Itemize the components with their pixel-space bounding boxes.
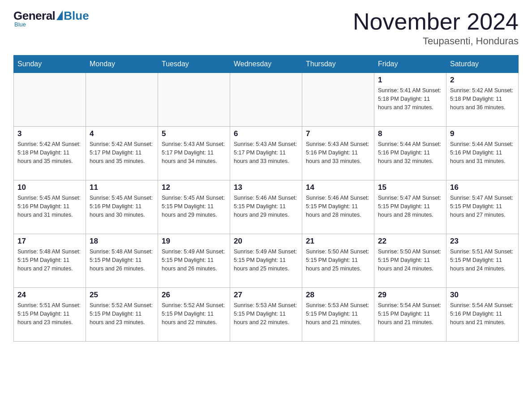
day-info: Sunrise: 5:53 AM Sunset: 5:15 PM Dayligh… — [306, 301, 370, 326]
day-cell: 13Sunrise: 5:46 AM Sunset: 5:15 PM Dayli… — [230, 180, 302, 234]
day-cell: 7Sunrise: 5:43 AM Sunset: 5:16 PM Daylig… — [302, 127, 374, 180]
day-number: 25 — [90, 291, 154, 300]
day-cell: 19Sunrise: 5:49 AM Sunset: 5:15 PM Dayli… — [158, 234, 230, 288]
day-number: 26 — [162, 291, 226, 300]
day-cell: 22Sunrise: 5:50 AM Sunset: 5:15 PM Dayli… — [374, 234, 446, 288]
day-cell: 24Sunrise: 5:51 AM Sunset: 5:15 PM Dayli… — [14, 288, 86, 342]
day-number: 16 — [450, 183, 515, 192]
day-cell: 21Sunrise: 5:50 AM Sunset: 5:15 PM Dayli… — [302, 234, 374, 288]
day-info: Sunrise: 5:50 AM Sunset: 5:15 PM Dayligh… — [306, 248, 370, 273]
week-row-5: 24Sunrise: 5:51 AM Sunset: 5:15 PM Dayli… — [14, 288, 519, 342]
day-number: 3 — [17, 129, 82, 138]
day-number: 5 — [162, 129, 226, 138]
day-number: 15 — [378, 183, 442, 192]
day-info: Sunrise: 5:45 AM Sunset: 5:16 PM Dayligh… — [17, 194, 82, 219]
day-number: 11 — [90, 183, 154, 192]
day-cell: 2Sunrise: 5:42 AM Sunset: 5:18 PM Daylig… — [446, 73, 519, 127]
weekday-header-thursday: Thursday — [302, 56, 374, 73]
day-cell: 12Sunrise: 5:45 AM Sunset: 5:15 PM Dayli… — [158, 180, 230, 234]
day-info: Sunrise: 5:54 AM Sunset: 5:15 PM Dayligh… — [378, 301, 442, 326]
day-info: Sunrise: 5:49 AM Sunset: 5:15 PM Dayligh… — [162, 248, 226, 273]
day-number: 30 — [450, 291, 515, 300]
day-cell: 16Sunrise: 5:47 AM Sunset: 5:15 PM Dayli… — [446, 180, 519, 234]
day-info: Sunrise: 5:43 AM Sunset: 5:17 PM Dayligh… — [234, 140, 298, 165]
day-number: 23 — [450, 237, 515, 246]
weekday-header-row: SundayMondayTuesdayWednesdayThursdayFrid… — [14, 56, 519, 73]
day-info: Sunrise: 5:42 AM Sunset: 5:18 PM Dayligh… — [450, 86, 515, 111]
day-number: 29 — [378, 291, 442, 300]
day-cell: 18Sunrise: 5:48 AM Sunset: 5:15 PM Dayli… — [86, 234, 158, 288]
day-number: 10 — [17, 183, 82, 192]
day-info: Sunrise: 5:45 AM Sunset: 5:15 PM Dayligh… — [162, 194, 226, 219]
day-info: Sunrise: 5:43 AM Sunset: 5:17 PM Dayligh… — [162, 140, 226, 165]
day-cell: 9Sunrise: 5:44 AM Sunset: 5:16 PM Daylig… — [446, 127, 519, 180]
day-info: Sunrise: 5:48 AM Sunset: 5:15 PM Dayligh… — [90, 248, 154, 273]
day-cell — [158, 73, 230, 127]
week-row-4: 17Sunrise: 5:48 AM Sunset: 5:15 PM Dayli… — [14, 234, 519, 288]
weekday-header-saturday: Saturday — [446, 56, 519, 73]
day-cell: 8Sunrise: 5:44 AM Sunset: 5:16 PM Daylig… — [374, 127, 446, 180]
day-number: 8 — [378, 129, 442, 138]
week-row-1: 1Sunrise: 5:41 AM Sunset: 5:18 PM Daylig… — [14, 73, 519, 127]
logo-blue-text: Blue — [64, 9, 89, 23]
location-title: Teupasenti, Honduras — [353, 35, 519, 47]
day-number: 2 — [450, 76, 515, 85]
day-number: 14 — [306, 183, 370, 192]
day-number: 13 — [234, 183, 298, 192]
day-info: Sunrise: 5:51 AM Sunset: 5:15 PM Dayligh… — [17, 301, 82, 326]
day-info: Sunrise: 5:44 AM Sunset: 5:16 PM Dayligh… — [378, 140, 442, 165]
day-number: 28 — [306, 291, 370, 300]
day-number: 21 — [306, 237, 370, 246]
day-cell: 1Sunrise: 5:41 AM Sunset: 5:18 PM Daylig… — [374, 73, 446, 127]
day-number: 7 — [306, 129, 370, 138]
day-number: 22 — [378, 237, 442, 246]
day-cell: 28Sunrise: 5:53 AM Sunset: 5:15 PM Dayli… — [302, 288, 374, 342]
day-number: 18 — [90, 237, 154, 246]
weekday-header-friday: Friday — [374, 56, 446, 73]
page-header: General Blue Blue November 2024 Teupasen… — [13, 9, 519, 47]
day-cell: 11Sunrise: 5:45 AM Sunset: 5:16 PM Dayli… — [86, 180, 158, 234]
weekday-header-wednesday: Wednesday — [230, 56, 302, 73]
day-number: 4 — [90, 129, 154, 138]
day-number: 9 — [450, 129, 515, 138]
day-info: Sunrise: 5:53 AM Sunset: 5:15 PM Dayligh… — [234, 301, 298, 326]
week-row-3: 10Sunrise: 5:45 AM Sunset: 5:16 PM Dayli… — [14, 180, 519, 234]
day-cell — [230, 73, 302, 127]
day-info: Sunrise: 5:51 AM Sunset: 5:15 PM Dayligh… — [450, 248, 515, 273]
day-info: Sunrise: 5:43 AM Sunset: 5:16 PM Dayligh… — [306, 140, 370, 165]
day-cell: 15Sunrise: 5:47 AM Sunset: 5:15 PM Dayli… — [374, 180, 446, 234]
day-info: Sunrise: 5:52 AM Sunset: 5:15 PM Dayligh… — [90, 301, 154, 326]
week-row-2: 3Sunrise: 5:42 AM Sunset: 5:18 PM Daylig… — [14, 127, 519, 180]
day-cell: 27Sunrise: 5:53 AM Sunset: 5:15 PM Dayli… — [230, 288, 302, 342]
day-number: 19 — [162, 237, 226, 246]
day-cell: 3Sunrise: 5:42 AM Sunset: 5:18 PM Daylig… — [14, 127, 86, 180]
day-cell: 5Sunrise: 5:43 AM Sunset: 5:17 PM Daylig… — [158, 127, 230, 180]
day-number: 20 — [234, 237, 298, 246]
logo-subtitle: Blue — [14, 21, 26, 28]
weekday-header-tuesday: Tuesday — [158, 56, 230, 73]
day-cell: 29Sunrise: 5:54 AM Sunset: 5:15 PM Dayli… — [374, 288, 446, 342]
day-number: 17 — [17, 237, 82, 246]
day-number: 1 — [378, 76, 442, 85]
day-number: 6 — [234, 129, 298, 138]
day-cell — [86, 73, 158, 127]
month-title: November 2024 — [353, 9, 519, 34]
day-info: Sunrise: 5:42 AM Sunset: 5:17 PM Dayligh… — [90, 140, 154, 165]
day-info: Sunrise: 5:45 AM Sunset: 5:16 PM Dayligh… — [90, 194, 154, 219]
day-cell: 23Sunrise: 5:51 AM Sunset: 5:15 PM Dayli… — [446, 234, 519, 288]
day-cell: 20Sunrise: 5:49 AM Sunset: 5:15 PM Dayli… — [230, 234, 302, 288]
day-info: Sunrise: 5:47 AM Sunset: 5:15 PM Dayligh… — [378, 194, 442, 219]
day-cell: 10Sunrise: 5:45 AM Sunset: 5:16 PM Dayli… — [14, 180, 86, 234]
day-info: Sunrise: 5:47 AM Sunset: 5:15 PM Dayligh… — [450, 194, 515, 219]
weekday-header-monday: Monday — [86, 56, 158, 73]
day-cell — [302, 73, 374, 127]
day-cell: 4Sunrise: 5:42 AM Sunset: 5:17 PM Daylig… — [86, 127, 158, 180]
day-cell: 26Sunrise: 5:52 AM Sunset: 5:15 PM Dayli… — [158, 288, 230, 342]
day-info: Sunrise: 5:50 AM Sunset: 5:15 PM Dayligh… — [378, 248, 442, 273]
day-cell: 25Sunrise: 5:52 AM Sunset: 5:15 PM Dayli… — [86, 288, 158, 342]
day-info: Sunrise: 5:48 AM Sunset: 5:15 PM Dayligh… — [17, 248, 82, 273]
day-cell: 17Sunrise: 5:48 AM Sunset: 5:15 PM Dayli… — [14, 234, 86, 288]
day-info: Sunrise: 5:46 AM Sunset: 5:15 PM Dayligh… — [234, 194, 298, 219]
day-cell: 30Sunrise: 5:54 AM Sunset: 5:16 PM Dayli… — [446, 288, 519, 342]
day-number: 27 — [234, 291, 298, 300]
